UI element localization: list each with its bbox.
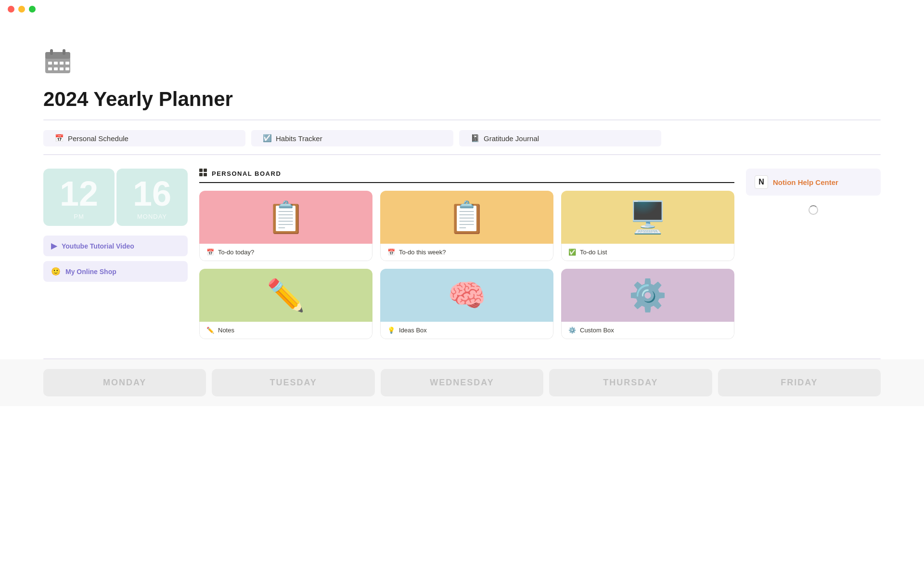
top-divider	[43, 119, 881, 120]
day-tab-wednesday[interactable]: WEDNESDAY	[381, 369, 543, 396]
card-todo-today-image: 📋	[199, 191, 372, 244]
svg-rect-4	[48, 62, 52, 65]
quick-link-youtube-label: Youtube Tutorial Video	[62, 242, 134, 250]
svg-rect-2	[50, 49, 53, 55]
card-custom-box-label: Custom Box	[580, 327, 614, 334]
tab-personal-schedule-label: Personal Schedule	[68, 134, 128, 143]
card-todo-today-emoji: 📋	[267, 199, 305, 236]
youtube-icon: ▶	[51, 241, 57, 250]
card-ideas-box-footer: 💡 Ideas Box	[380, 322, 553, 339]
svg-rect-6	[60, 62, 64, 65]
day-tab-tuesday[interactable]: TUESDAY	[212, 369, 374, 396]
tab-gratitude-journal[interactable]: 📓 Gratitude Journal	[459, 130, 661, 146]
page-icon	[43, 47, 74, 78]
left-panel: 12 PM 16 MONDAY ▶ Youtube Tutorial Video…	[43, 169, 188, 287]
card-todo-list-label: To-do List	[580, 249, 607, 256]
svg-rect-10	[60, 67, 64, 70]
clock-hour-box: 12 PM	[43, 169, 115, 226]
tab-habits-tracker-label: Habits Tracker	[276, 134, 322, 143]
card-ideas-box[interactable]: 🧠 💡 Ideas Box	[380, 269, 553, 339]
card-notes-footer: ✏️ Notes	[199, 322, 372, 339]
svg-rect-8	[48, 67, 52, 70]
card-todo-week-icon: 📅	[387, 249, 395, 256]
card-custom-box[interactable]: ⚙️ ⚙️ Custom Box	[561, 269, 734, 339]
svg-rect-15	[204, 173, 207, 176]
titlebar	[0, 0, 924, 18]
card-ideas-box-image: 🧠	[380, 269, 553, 322]
maximize-button[interactable]	[29, 6, 36, 13]
clock-hour: 12	[60, 176, 98, 211]
page-title: 2024 Yearly Planner	[43, 88, 881, 111]
board-grid: 📋 📅 To-do today? 📋 📅 To-do this week?	[199, 191, 734, 339]
tab-personal-schedule[interactable]: 📅 Personal Schedule	[43, 130, 245, 146]
card-ideas-box-label: Ideas Box	[399, 327, 427, 334]
card-todo-list-footer: ✅ To-do List	[561, 244, 734, 261]
habits-tab-icon: ☑️	[263, 134, 272, 143]
day-tab-friday-label: FRIDAY	[781, 378, 818, 387]
card-notes-label: Notes	[218, 327, 234, 334]
clock-minute: 16	[133, 176, 171, 211]
clock-period: PM	[74, 213, 84, 220]
card-custom-box-icon: ⚙️	[568, 327, 576, 334]
quick-link-shop[interactable]: 🙂 My Online Shop	[43, 261, 188, 282]
calendar-tab-icon: 📅	[55, 134, 64, 143]
body-grid: 12 PM 16 MONDAY ▶ Youtube Tutorial Video…	[43, 169, 881, 339]
card-ideas-box-emoji: 🧠	[448, 277, 486, 314]
card-todo-week-label: To-do this week?	[399, 249, 446, 256]
card-custom-box-image: ⚙️	[561, 269, 734, 322]
card-todo-week-image: 📋	[380, 191, 553, 244]
board-grid-icon	[199, 169, 207, 178]
day-tab-friday[interactable]: FRIDAY	[718, 369, 881, 396]
main-content: 2024 Yearly Planner 📅 Personal Schedule …	[0, 18, 924, 359]
quick-link-shop-label: My Online Shop	[65, 268, 116, 276]
notion-help-center-button[interactable]: N Notion Help Center	[746, 169, 881, 196]
card-todo-list-icon: ✅	[568, 249, 576, 256]
card-todo-week-footer: 📅 To-do this week?	[380, 244, 553, 261]
day-tab-monday[interactable]: MONDAY	[43, 369, 206, 396]
quick-link-youtube[interactable]: ▶ Youtube Tutorial Video	[43, 236, 188, 256]
middle-panel: PERSONAL BOARD 📋 📅 To-do today? �	[199, 169, 734, 339]
card-todo-today-label: To-do today?	[218, 249, 254, 256]
card-custom-box-footer: ⚙️ Custom Box	[561, 322, 734, 339]
card-notes[interactable]: ✏️ ✏️ Notes	[199, 269, 372, 339]
day-tab-tuesday-label: TUESDAY	[270, 378, 317, 387]
card-custom-box-emoji: ⚙️	[629, 277, 667, 314]
tab-habits-tracker[interactable]: ☑️ Habits Tracker	[251, 130, 453, 146]
card-todo-list[interactable]: 🖥️ ✅ To-do List	[561, 191, 734, 261]
svg-rect-11	[65, 67, 69, 70]
card-notes-icon: ✏️	[206, 327, 214, 334]
day-tab-thursday-label: THURSDAY	[603, 378, 658, 387]
tab-gratitude-journal-label: Gratitude Journal	[484, 134, 539, 143]
shop-icon: 🙂	[51, 267, 61, 276]
card-todo-week[interactable]: 📋 📅 To-do this week?	[380, 191, 553, 261]
card-todo-today[interactable]: 📋 📅 To-do today?	[199, 191, 372, 261]
clock-day: MONDAY	[137, 213, 167, 220]
svg-rect-14	[199, 173, 203, 176]
svg-rect-5	[54, 62, 58, 65]
day-tab-wednesday-label: WEDNESDAY	[430, 378, 494, 387]
loading-spinner	[746, 205, 881, 215]
card-ideas-box-icon: 💡	[387, 327, 395, 334]
board-header: PERSONAL BOARD	[199, 169, 734, 183]
gratitude-tab-icon: 📓	[471, 134, 480, 143]
svg-rect-12	[199, 169, 203, 172]
svg-rect-13	[204, 169, 207, 172]
clock-widget: 12 PM 16 MONDAY	[43, 169, 188, 226]
svg-rect-3	[63, 49, 65, 55]
card-todo-today-icon: 📅	[206, 249, 214, 256]
svg-rect-9	[54, 67, 58, 70]
day-tabs-row: MONDAY TUESDAY WEDNESDAY THURSDAY FRIDAY	[0, 359, 924, 406]
minimize-button[interactable]	[18, 6, 25, 13]
card-todo-week-emoji: 📋	[448, 199, 486, 236]
svg-rect-1	[45, 52, 70, 59]
card-todo-list-image: 🖥️	[561, 191, 734, 244]
card-todo-today-footer: 📅 To-do today?	[199, 244, 372, 261]
second-divider	[43, 154, 881, 155]
svg-rect-7	[65, 62, 69, 65]
notion-help-center-label: Notion Help Center	[773, 178, 838, 186]
card-todo-list-emoji: 🖥️	[629, 199, 667, 236]
tab-row: 📅 Personal Schedule ☑️ Habits Tracker 📓 …	[43, 130, 881, 146]
day-tab-thursday[interactable]: THURSDAY	[549, 369, 712, 396]
close-button[interactable]	[8, 6, 14, 13]
right-panel: N Notion Help Center	[746, 169, 881, 215]
